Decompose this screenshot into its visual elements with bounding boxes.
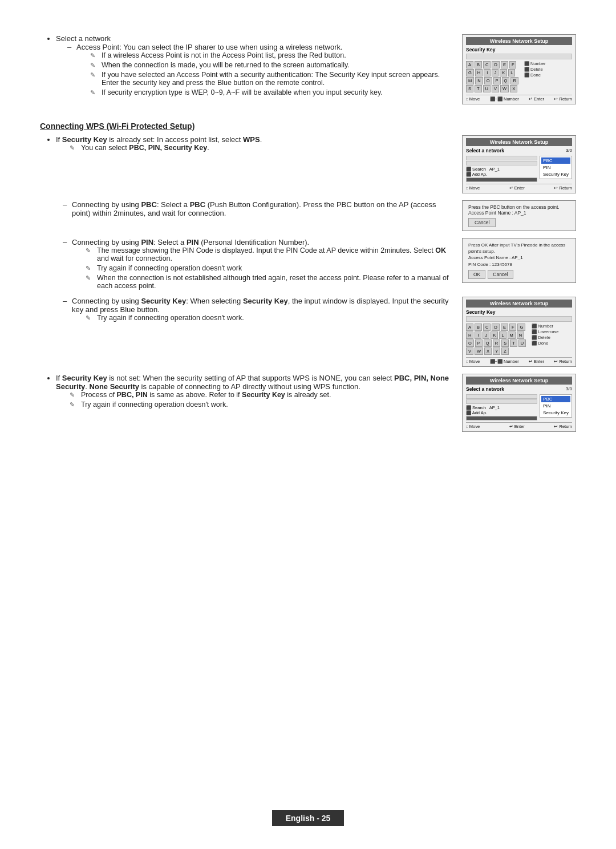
wps-select-screen: Wireless Network Setup Select a network … bbox=[462, 135, 576, 193]
access-point-text: Access Point: You can select the IP shar… bbox=[76, 43, 343, 51]
screen-label-1: Security Key bbox=[466, 47, 572, 52]
pbc-dialog-screen: Press the PBC button on the access point… bbox=[462, 200, 576, 231]
select-network-text: Select a network bbox=[56, 34, 111, 43]
footer-badge: English - 25 bbox=[272, 810, 345, 826]
security-key-screen-2: Wireless Network Setup Security Key ABCD… bbox=[462, 297, 576, 367]
note-red-button: If a wireless Access Point is not in the… bbox=[102, 51, 346, 59]
wps-notset-screen: Wireless Network Setup Select a network … bbox=[462, 374, 576, 432]
pin-dialog-screen: Press OK After input TV's Pincode in the… bbox=[462, 238, 576, 283]
security-key-screen-1: Wireless Network Setup Security Key ABCD… bbox=[462, 34, 576, 104]
note-connection-made: When the connection is made, you will be… bbox=[102, 61, 350, 69]
section-heading: Connecting WPS (Wi-Fi Protected Setup) bbox=[40, 122, 576, 131]
screen-title-1: Wireless Network Setup bbox=[466, 37, 572, 45]
note-security-auth: If you have selected an Access Point wit… bbox=[102, 71, 440, 87]
note-wep: If security encryption type is WEP, 0~9,… bbox=[102, 88, 383, 96]
page-footer: English - 25 bbox=[0, 810, 616, 826]
